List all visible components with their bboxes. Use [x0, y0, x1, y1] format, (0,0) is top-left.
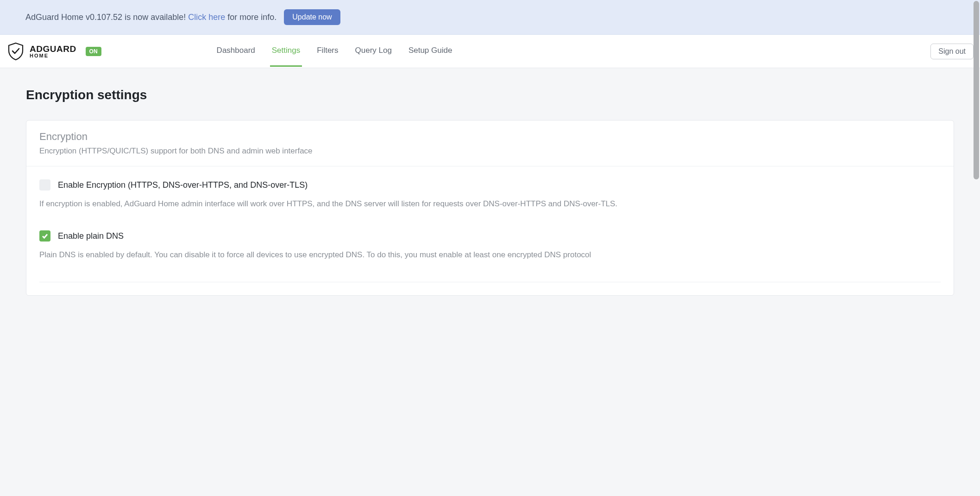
main-nav: Dashboard Settings Filters Query Log Set… — [215, 36, 454, 67]
content-area: Encryption settings Encryption Encryptio… — [0, 68, 980, 315]
nav-dashboard[interactable]: Dashboard — [215, 36, 257, 67]
nav-query-log[interactable]: Query Log — [353, 36, 394, 67]
card-header: Encryption Encryption (HTTPS/QUIC/TLS) s… — [26, 121, 954, 166]
update-banner: AdGuard Home v0.107.52 is now available!… — [0, 0, 980, 35]
brand-name: ADGUARD — [30, 45, 76, 53]
card-body: Enable Encryption (HTTPS, DNS-over-HTTPS… — [26, 166, 954, 295]
enable-plain-dns-label: Enable plain DNS — [58, 231, 124, 241]
page-title: Encryption settings — [26, 88, 954, 102]
brand-text: ADGUARD HOME — [30, 45, 76, 58]
check-icon — [41, 232, 49, 240]
status-badge: ON — [86, 47, 101, 56]
enable-plain-dns-checkbox[interactable] — [39, 230, 50, 242]
update-now-button[interactable]: Update now — [284, 9, 340, 25]
banner-text-prefix: AdGuard Home v0.107.52 is now available! — [25, 13, 188, 22]
sign-out-button[interactable]: Sign out — [930, 44, 974, 59]
option-enable-encryption: Enable Encryption (HTTPS, DNS-over-HTTPS… — [39, 179, 941, 210]
enable-encryption-checkbox[interactable] — [39, 179, 50, 191]
option-enable-plain-dns: Enable plain DNS Plain DNS is enabled by… — [39, 230, 941, 261]
vertical-scrollbar[interactable] — [973, 0, 980, 315]
section-divider — [39, 282, 941, 282]
banner-text: AdGuard Home v0.107.52 is now available!… — [25, 13, 276, 22]
card-subtitle: Encryption (HTTPS/QUIC/TLS) support for … — [39, 146, 941, 156]
banner-link[interactable]: Click here — [188, 13, 225, 22]
encryption-card: Encryption Encryption (HTTPS/QUIC/TLS) s… — [26, 120, 954, 296]
nav-setup-guide[interactable]: Setup Guide — [407, 36, 454, 67]
scrollbar-thumb[interactable] — [974, 1, 979, 179]
brand-logo[interactable]: ADGUARD HOME ON — [6, 42, 101, 61]
banner-text-suffix: for more info. — [225, 13, 276, 22]
enable-encryption-label: Enable Encryption (HTTPS, DNS-over-HTTPS… — [58, 180, 308, 190]
enable-encryption-desc: If encryption is enabled, AdGuard Home a… — [39, 198, 941, 210]
nav-settings[interactable]: Settings — [270, 36, 302, 67]
nav-filters[interactable]: Filters — [315, 36, 340, 67]
brand-sub: HOME — [30, 53, 76, 58]
card-title: Encryption — [39, 131, 941, 143]
enable-plain-dns-desc: Plain DNS is enabled by default. You can… — [39, 249, 941, 261]
enable-encryption-control[interactable]: Enable Encryption (HTTPS, DNS-over-HTTPS… — [39, 179, 941, 191]
shield-check-icon — [6, 42, 25, 61]
top-bar: ADGUARD HOME ON Dashboard Settings Filte… — [0, 35, 980, 68]
enable-plain-dns-control[interactable]: Enable plain DNS — [39, 230, 941, 242]
